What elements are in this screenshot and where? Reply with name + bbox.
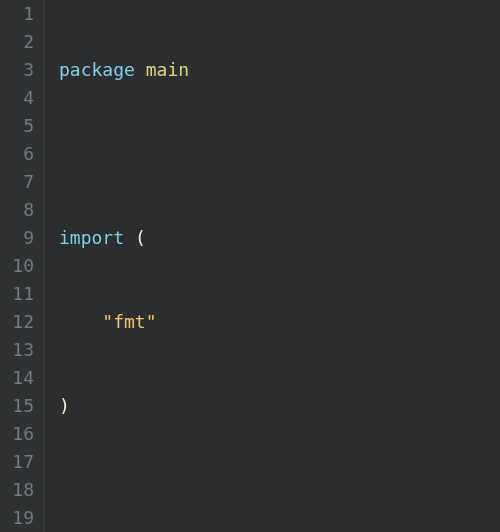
line-number: 5 [6, 112, 34, 140]
line-number: 10 [6, 252, 34, 280]
line-number: 2 [6, 28, 34, 56]
code-line: "fmt" [59, 308, 471, 336]
code-line [59, 140, 471, 168]
line-number: 16 [6, 420, 34, 448]
line-number-gutter: 1 2 3 4 5 6 7 8 9 10 11 12 13 14 15 16 1… [0, 0, 45, 532]
code-editor: 1 2 3 4 5 6 7 8 9 10 11 12 13 14 15 16 1… [0, 0, 500, 532]
line-number: 18 [6, 476, 34, 504]
code-line: package main [59, 56, 471, 84]
line-number: 11 [6, 280, 34, 308]
line-number: 6 [6, 140, 34, 168]
line-number: 19 [6, 504, 34, 532]
line-number: 1 [6, 0, 34, 28]
line-number: 3 [6, 56, 34, 84]
code-line [59, 476, 471, 504]
line-number: 12 [6, 308, 34, 336]
code-line: ) [59, 392, 471, 420]
line-number: 7 [6, 168, 34, 196]
line-number: 9 [6, 224, 34, 252]
line-number: 4 [6, 84, 34, 112]
line-number: 17 [6, 448, 34, 476]
code-area[interactable]: package main import ( "fmt" ) func appen… [45, 0, 471, 532]
line-number: 8 [6, 196, 34, 224]
line-number: 15 [6, 392, 34, 420]
code-line: import ( [59, 224, 471, 252]
line-number: 14 [6, 364, 34, 392]
line-number: 13 [6, 336, 34, 364]
